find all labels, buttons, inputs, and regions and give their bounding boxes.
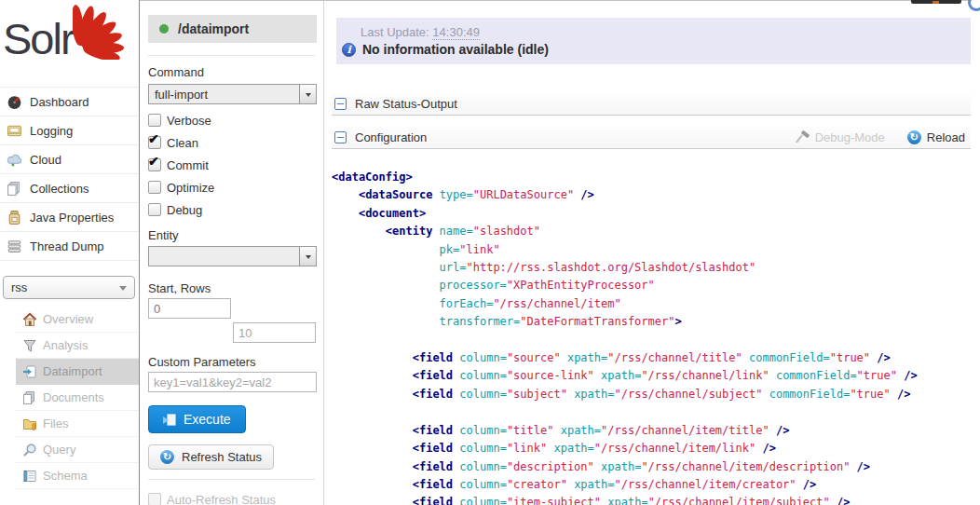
debug-checkbox[interactable] [148, 203, 161, 216]
select-arrow-icon [299, 85, 316, 103]
commit-checkbox[interactable] [148, 158, 161, 171]
core-item-label: Schema [43, 469, 88, 483]
clean-checkbox-row[interactable]: Clean [148, 136, 323, 149]
commit-checkbox-row[interactable]: Commit [148, 158, 323, 171]
main-nav: Dashboard Logging Cloud Collections [0, 87, 139, 261]
clean-checkbox[interactable] [148, 136, 161, 149]
reload-label: Reload [927, 130, 965, 144]
collapse-icon[interactable] [334, 131, 347, 143]
core-item-files[interactable]: Files [16, 411, 139, 437]
main-area: /dataimport Command full-import Verbose … [140, 0, 980, 505]
core-item-label: Overview [43, 312, 93, 326]
form-divider [148, 479, 315, 480]
auto-refresh-label: Auto-Refresh Status [167, 493, 276, 505]
raw-status-output-label: Raw Status-Output [355, 97, 457, 111]
command-select-value: full-import [149, 88, 299, 102]
import-icon [22, 364, 37, 379]
checkbox-label: Clean [167, 136, 198, 150]
dashboard-icon [7, 94, 22, 110]
core-item-label: Documents [43, 390, 104, 404]
sidebar-item-label: Java Properties [30, 211, 114, 225]
sidebar-item-logging[interactable]: Logging [0, 116, 139, 145]
core-item-schema[interactable]: Schema [16, 463, 139, 489]
sidebar-item-collections[interactable]: Collections [0, 174, 139, 203]
dataimport-config-code: <dataConfig> <dataSource type="URLDataSo… [324, 169, 980, 505]
configuration-header[interactable]: Configuration Debug-Mode Reload [332, 127, 971, 149]
core-item-documents[interactable]: Documents [16, 385, 139, 411]
logging-icon [7, 123, 22, 139]
execute-button[interactable]: Execute [148, 405, 246, 433]
debug-checkbox-row[interactable]: Debug [148, 203, 323, 216]
collections-icon [7, 181, 22, 197]
optimize-checkbox-row[interactable]: Optimize [148, 181, 323, 194]
core-sub-nav: Overview Analysis Dataimport Documents [16, 307, 139, 489]
book-icon [22, 469, 37, 484]
dataimport-form: /dataimport Command full-import Verbose … [140, 1, 324, 505]
solr-logo[interactable]: Solr [0, 0, 139, 82]
auto-refresh-checkbox[interactable] [148, 493, 161, 505]
last-update: Last Update: 14:30:49 [342, 25, 971, 39]
start-input[interactable] [148, 298, 231, 319]
refresh-status-button[interactable]: Refresh Status [148, 444, 274, 470]
core-selector-value: rss [11, 280, 27, 294]
thread-dump-icon [7, 239, 22, 254]
execute-button-label: Execute [184, 412, 231, 427]
sidebar: Solr Dashboard [0, 0, 140, 505]
core-selector[interactable]: rss [3, 276, 135, 299]
command-select[interactable]: full-import [148, 84, 317, 104]
documents-icon [22, 390, 37, 405]
sidebar-item-thread-dump[interactable]: Thread Dump [0, 232, 139, 261]
auto-refresh-row[interactable]: Auto-Refresh Status [148, 493, 323, 505]
refresh-button-label: Refresh Status [182, 450, 262, 464]
hammer-icon [796, 131, 810, 144]
handler-name: /dataimport [178, 21, 249, 36]
sidebar-item-label: Logging [30, 124, 73, 138]
verbose-checkbox-row[interactable]: Verbose [148, 114, 323, 127]
last-update-time: 14:30:49 [432, 25, 480, 40]
sidebar-item-cloud[interactable]: Cloud [0, 145, 139, 174]
handler-header: /dataimport [148, 15, 317, 43]
core-item-query[interactable]: Query [16, 437, 139, 463]
execute-icon [163, 414, 176, 426]
core-item-label: Files [43, 416, 68, 430]
core-item-dataimport[interactable]: Dataimport [16, 359, 139, 385]
collapse-icon[interactable] [334, 98, 347, 110]
core-item-overview[interactable]: Overview [16, 307, 139, 333]
funnel-icon [22, 338, 37, 353]
core-item-label: Query [43, 443, 75, 457]
info-icon [342, 43, 356, 57]
solr-logo-text: Solr [3, 13, 74, 64]
custom-parameters-label: Custom Parameters [148, 355, 323, 369]
debug-mode-button[interactable]: Debug-Mode [796, 130, 885, 144]
select-arrow-icon [299, 247, 316, 266]
magnifier-icon [22, 443, 37, 457]
checkbox-label: Optimize [167, 181, 214, 195]
status-info-box: Last Update: 14:30:49 No information ava… [336, 18, 971, 64]
core-item-analysis[interactable]: Analysis [16, 333, 139, 359]
optimize-checkbox[interactable] [148, 181, 161, 194]
verbose-checkbox[interactable] [148, 114, 161, 127]
custom-parameters-input[interactable] [148, 372, 317, 392]
sidebar-item-java-properties[interactable]: Java Properties [0, 203, 139, 232]
sidebar-item-label: Dashboard [30, 95, 89, 109]
start-rows-label: Start, Rows [148, 281, 323, 295]
checkbox-label: Verbose [167, 114, 211, 128]
entity-label: Entity [148, 228, 323, 242]
sidebar-item-label: Collections [30, 182, 89, 196]
entity-select[interactable] [148, 246, 317, 266]
dataimport-content: Last Update: 14:30:49 No information ava… [324, 1, 980, 505]
sidebar-item-label: Thread Dump [30, 239, 103, 253]
reload-button[interactable]: Reload [907, 130, 965, 144]
java-properties-icon [7, 210, 22, 225]
checkbox-label: Debug [167, 203, 202, 217]
sidebar-item-dashboard[interactable]: Dashboard [0, 88, 139, 116]
raw-status-output-header[interactable]: Raw Status-Output [332, 93, 971, 116]
browser-artifact-favicon [932, 1, 939, 4]
sidebar-item-label: Cloud [30, 153, 61, 167]
cloud-icon [7, 152, 22, 168]
form-divider [148, 55, 315, 56]
command-label: Command [148, 65, 323, 79]
rows-input[interactable] [233, 322, 316, 343]
debug-mode-label: Debug-Mode [815, 130, 885, 144]
home-icon [22, 312, 37, 327]
